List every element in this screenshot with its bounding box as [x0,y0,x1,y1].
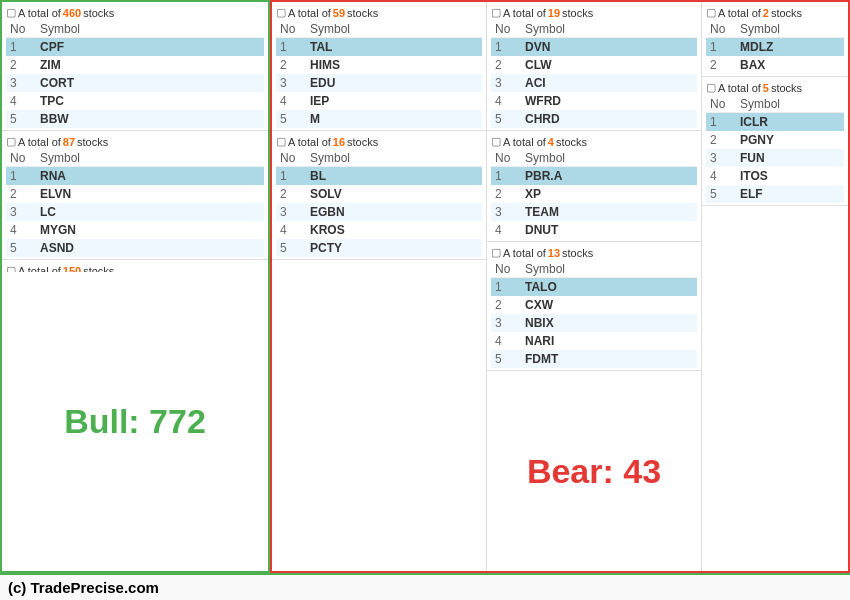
row-number: 4 [6,92,36,110]
col-header-symbol: Symbol [306,150,482,167]
table-row: 1 MDLZ [706,38,844,57]
row-number: 3 [491,203,521,221]
block-header: ▢ A total of 460 stocks [6,4,264,21]
row-symbol: LC [36,203,264,221]
table-icon: ▢ [706,6,716,19]
count-badge: 4 [548,136,554,148]
row-symbol: PGNY [736,131,844,149]
suffix-text: stocks [347,136,378,148]
row-symbol: PBR.A [521,167,697,186]
block-header: ▢ A total of 59 stocks [276,4,482,21]
row-number: 3 [6,74,36,92]
table-row: 1 CPF [6,38,264,57]
col-header-no: No [491,150,521,167]
row-symbol: IEP [306,92,482,110]
row-symbol: CLW [521,56,697,74]
table-row: 2 CLW [491,56,697,74]
table-row: 4 IEP [276,92,482,110]
row-number: 3 [491,74,521,92]
block-header: ▢ A total of 13 stocks [491,244,697,261]
row-number: 2 [491,56,521,74]
count-badge: 87 [63,136,75,148]
col-header-no: No [6,150,36,167]
stock-table: No Symbol 1 PBR.A 2 XP 3 TEAM 4 DNUT [491,150,697,239]
table-icon: ▢ [491,135,501,148]
table-row: 1 DVN [491,38,697,57]
row-symbol: HIMS [306,56,482,74]
stock-table-block: ▢ A total of 5 stocks No Symbol 1 ICLR 2… [702,77,848,206]
count-badge: 16 [333,136,345,148]
table-row: 3 EGBN [276,203,482,221]
row-symbol: ELF [736,185,844,203]
row-symbol: ASND [36,239,264,257]
table-row: 2 CXW [491,296,697,314]
suffix-text: stocks [83,265,114,272]
row-symbol: FUN [736,149,844,167]
row-symbol: NBIX [521,314,697,332]
row-number: 4 [276,92,306,110]
table-row: 4 WFRD [491,92,697,110]
stock-table: No Symbol 1 TALO 2 CXW 3 NBIX 4 NARI 5 F… [491,261,697,368]
table-row: 1 TALO [491,278,697,297]
right-middle-subpanel: ▢ A total of 19 stocks No Symbol 1 DVN 2… [487,2,702,571]
row-number: 5 [6,110,36,128]
row-number: 4 [706,167,736,185]
count-badge: 59 [333,7,345,19]
stock-table: No Symbol 1 CPF 2 ZIM 3 CORT 4 TPC 5 BBW [6,21,264,128]
table-icon: ▢ [6,135,16,148]
col-header-no: No [6,21,36,38]
table-icon: ▢ [6,264,16,272]
row-number: 5 [6,239,36,257]
row-symbol: ACI [521,74,697,92]
suffix-text: stocks [77,136,108,148]
stock-table: No Symbol 1 RNA 2 ELVN 3 LC 4 MYGN 5 ASN… [6,150,264,257]
row-number: 4 [6,221,36,239]
header-text: A total of [18,7,61,19]
suffix-text: stocks [347,7,378,19]
table-icon: ▢ [276,135,286,148]
row-number: 5 [276,110,306,128]
header-text: A total of [718,82,761,94]
stock-table: No Symbol 1 DVN 2 CLW 3 ACI 4 WFRD 5 CHR… [491,21,697,128]
col-header-no: No [276,150,306,167]
table-row: 2 HIMS [276,56,482,74]
footer: (c) TradePrecise.com [0,573,850,600]
table-row: 4 KROS [276,221,482,239]
stock-table-block: ▢ A total of 150 stocks No Symbol 1 LASE… [2,260,268,272]
row-symbol: XP [521,185,697,203]
row-symbol: ITOS [736,167,844,185]
header-text: A total of [18,136,61,148]
row-number: 4 [491,92,521,110]
row-symbol: DNUT [521,221,697,239]
table-row: 2 PGNY [706,131,844,149]
row-number: 5 [491,110,521,128]
table-row: 3 CORT [6,74,264,92]
suffix-text: stocks [83,7,114,19]
row-symbol: WFRD [521,92,697,110]
table-row: 5 ELF [706,185,844,203]
count-badge: 150 [63,265,81,272]
col-header-no: No [276,21,306,38]
row-number: 1 [491,38,521,57]
row-symbol: EDU [306,74,482,92]
header-text: A total of [718,7,761,19]
suffix-text: stocks [562,247,593,259]
col-header-symbol: Symbol [521,261,697,278]
table-row: 2 XP [491,185,697,203]
row-number: 4 [491,332,521,350]
row-symbol: ZIM [36,56,264,74]
table-row: 4 TPC [6,92,264,110]
table-row: 5 M [276,110,482,128]
header-text: A total of [288,7,331,19]
stock-table: No Symbol 1 TAL 2 HIMS 3 EDU 4 IEP 5 M [276,21,482,128]
row-number: 2 [276,185,306,203]
row-symbol: FDMT [521,350,697,368]
row-symbol: SOLV [306,185,482,203]
header-text: A total of [503,7,546,19]
suffix-text: stocks [771,82,802,94]
suffix-text: stocks [562,7,593,19]
row-symbol: CORT [36,74,264,92]
right-left-subpanel: ▢ A total of 59 stocks No Symbol 1 TAL 2… [272,2,487,571]
table-icon: ▢ [6,6,16,19]
table-icon: ▢ [706,81,716,94]
